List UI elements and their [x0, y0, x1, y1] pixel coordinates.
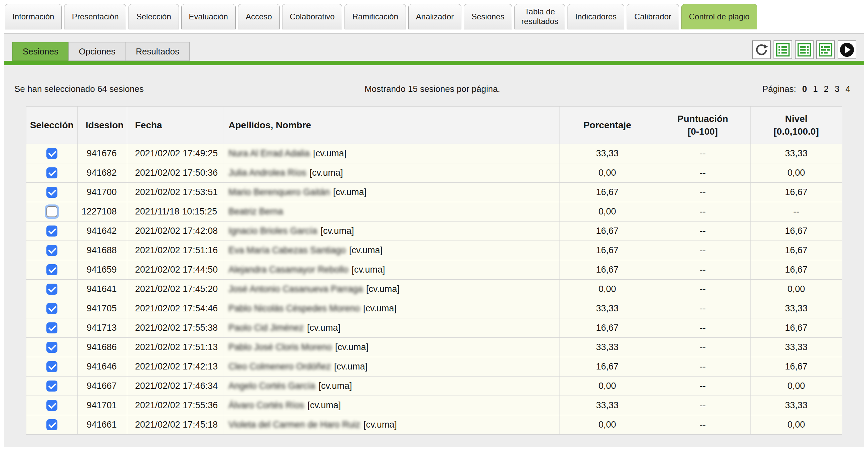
cell-nombre: Pablo José Cloris Moreno[cv.uma] — [223, 338, 560, 357]
session-row: 9416672021/02/02 17:46:34Angelo Cortés G… — [26, 377, 842, 396]
session-checkbox[interactable] — [46, 187, 57, 198]
cell-puntuacion: -- — [655, 202, 750, 221]
session-checkbox[interactable] — [46, 381, 57, 392]
student-name: Angelo Cortés García — [229, 381, 315, 391]
session-checkbox[interactable] — [46, 168, 57, 178]
session-checkbox[interactable] — [46, 419, 57, 430]
tab-ramificacion[interactable]: Ramificación — [344, 4, 406, 29]
selection-count-text: Se han seleccionado 64 sesiones — [14, 84, 365, 94]
session-checkbox[interactable] — [46, 283, 57, 295]
cell-fecha: 2021/02/02 17:55:36 — [127, 396, 223, 415]
student-name: Paolo Cid Jiménez — [229, 323, 304, 333]
page-number-1[interactable]: 1 — [813, 84, 817, 94]
tab-calibrador[interactable]: Calibrador — [627, 4, 679, 29]
tab-evaluacion[interactable]: Evaluación — [181, 4, 236, 29]
account-suffix: [cv.uma] — [307, 323, 341, 333]
cell-idsesion: 941701 — [78, 396, 127, 415]
cell-nivel: 16,67 — [750, 221, 842, 241]
tab-indicadores[interactable]: Indicadores — [567, 4, 624, 29]
cell-porcentaje: 16,67 — [560, 357, 655, 377]
session-checkbox[interactable] — [46, 226, 57, 237]
cell-selection — [26, 280, 78, 299]
session-row: 9416412021/02/02 17:45:20José Antonio Ca… — [26, 280, 842, 299]
student-name: Beatriz Berna — [229, 206, 283, 216]
tab-analizador[interactable]: Analizador — [408, 4, 461, 29]
session-checkbox[interactable] — [46, 322, 57, 333]
cell-porcentaje: 16,67 — [560, 183, 655, 202]
page-number-3[interactable]: 3 — [835, 84, 839, 94]
session-checkbox[interactable] — [46, 148, 57, 159]
tab-presentacion[interactable]: Presentación — [64, 4, 126, 29]
refresh-button[interactable] — [752, 40, 771, 59]
cell-selection — [26, 396, 78, 415]
list-mixed-icon — [818, 43, 833, 57]
column-header-nivel: Nivel[0.0,100.0] — [750, 107, 842, 144]
cell-selection — [26, 415, 78, 435]
cell-puntuacion: -- — [655, 415, 750, 435]
refresh-icon — [754, 43, 769, 57]
cell-porcentaje: 33,33 — [560, 144, 655, 163]
tab-informacion[interactable]: Información — [5, 4, 62, 29]
session-row: 9417002021/02/02 17:53:51Mario Berenquer… — [26, 183, 842, 202]
session-row: 9417132021/02/02 17:55:38Paolo Cid Jimén… — [26, 318, 842, 338]
subtab-opciones[interactable]: Opciones — [68, 42, 126, 61]
tab-sesiones[interactable]: Sesiones — [464, 4, 512, 29]
main-tab-bar: InformaciónPresentaciónSelecciónEvaluaci… — [0, 0, 868, 30]
page-number-0[interactable]: 0 — [802, 84, 807, 94]
column-header-seleccion: Selección — [26, 107, 78, 144]
run-button[interactable] — [838, 40, 856, 59]
cell-puntuacion: -- — [655, 221, 750, 241]
cell-porcentaje: 0,00 — [560, 377, 655, 396]
tab-control-de-plagio[interactable]: Control de plagio — [681, 4, 757, 29]
student-name: Pablo José Cloris Moreno — [229, 342, 332, 352]
session-checkbox[interactable] — [46, 342, 57, 353]
cell-fecha: 2021/02/02 17:51:13 — [127, 338, 223, 357]
session-checkbox[interactable] — [46, 245, 57, 256]
session-row: 12271082021/11/18 10:15:25Beatriz Berna0… — [26, 202, 842, 221]
tab-acceso[interactable]: Acceso — [238, 4, 280, 29]
subtab-resultados[interactable]: Resultados — [126, 42, 190, 61]
cell-selection — [26, 163, 78, 183]
cell-nombre: Cleo Colmenero Ordóñez[cv.uma] — [223, 357, 560, 377]
account-suffix: [cv.uma] — [364, 420, 397, 430]
cell-nivel: 16,67 — [750, 260, 842, 280]
session-checkbox[interactable] — [46, 264, 57, 275]
subtab-sesiones[interactable]: Sesiones — [12, 42, 69, 61]
cell-puntuacion: -- — [655, 338, 750, 357]
account-suffix: [cv.uma] — [351, 265, 385, 275]
cell-porcentaje: 0,00 — [560, 163, 655, 183]
session-checkbox[interactable] — [46, 303, 57, 314]
cell-fecha: 2021/02/02 17:45:20 — [127, 280, 223, 299]
cell-fecha: 2021/11/18 10:15:25 — [127, 202, 223, 221]
header-sublabel: [0.0,100.0] — [751, 125, 842, 138]
tab-colaborativo[interactable]: Colaborativo — [282, 4, 343, 29]
page-number-2[interactable]: 2 — [824, 84, 829, 94]
view-selected-button[interactable] — [795, 40, 814, 59]
session-checkbox[interactable] — [46, 206, 57, 217]
cell-nombre: Ignacio Brioles García[cv.uma] — [223, 221, 560, 241]
cell-fecha: 2021/02/02 17:45:18 — [127, 415, 223, 435]
list-check-icon — [797, 43, 811, 57]
column-header-apellidos-nombre: Apellidos, Nombre — [223, 107, 560, 144]
cell-nivel: 0,00 — [750, 280, 842, 299]
cell-nombre: Angelo Cortés García[cv.uma] — [223, 377, 560, 396]
cell-fecha: 2021/02/02 17:53:51 — [127, 183, 223, 202]
cell-nombre: Paolo Cid Jiménez[cv.uma] — [223, 318, 560, 338]
cell-puntuacion: -- — [655, 260, 750, 280]
header-label: Apellidos, Nombre — [229, 119, 560, 131]
view-mixed-button[interactable] — [816, 40, 835, 59]
session-checkbox[interactable] — [46, 361, 57, 372]
sessions-table-body: 9416762021/02/02 17:49:25Nura Al Errad A… — [26, 144, 842, 435]
tab-seleccion[interactable]: Selección — [128, 4, 179, 29]
student-name: Julia Androlea Ríos — [229, 168, 307, 178]
cell-idsesion: 941667 — [78, 377, 127, 396]
page-number-4[interactable]: 4 — [846, 84, 850, 94]
cell-idsesion: 941642 — [78, 221, 127, 241]
cell-puntuacion: -- — [655, 144, 750, 163]
cell-fecha: 2021/02/02 17:44:50 — [127, 260, 223, 280]
cell-selection — [26, 299, 78, 318]
session-checkbox[interactable] — [46, 400, 57, 411]
tab-tabla-de-resultados[interactable]: Tabla de resultados — [515, 4, 565, 29]
table-header-row: SelecciónIdsesionFechaApellidos, NombreP… — [26, 107, 842, 144]
view-list-button[interactable] — [774, 40, 792, 59]
